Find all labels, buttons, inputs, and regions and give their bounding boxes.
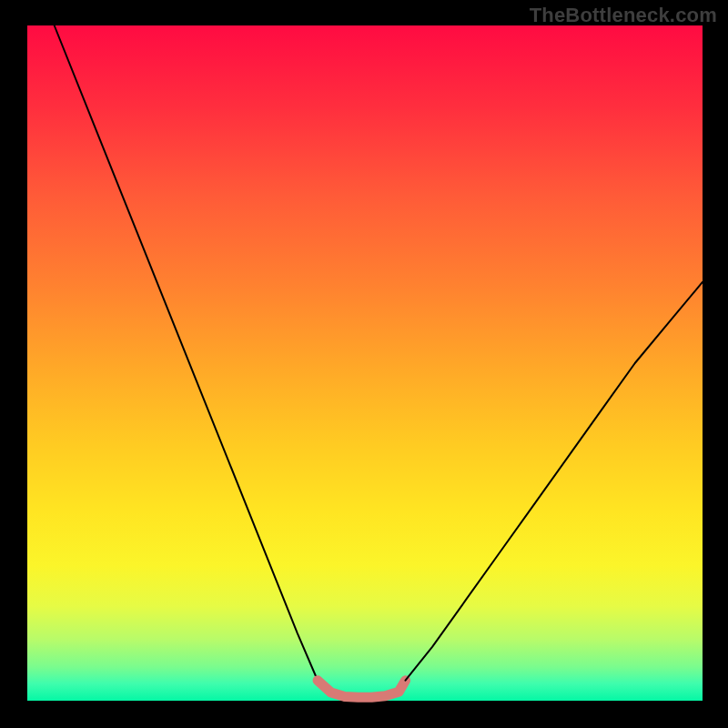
plot-background bbox=[27, 25, 703, 701]
chart-frame: TheBottleneck.com bbox=[0, 0, 728, 728]
watermark-text: TheBottleneck.com bbox=[530, 4, 717, 27]
bottleneck-chart bbox=[0, 0, 728, 728]
